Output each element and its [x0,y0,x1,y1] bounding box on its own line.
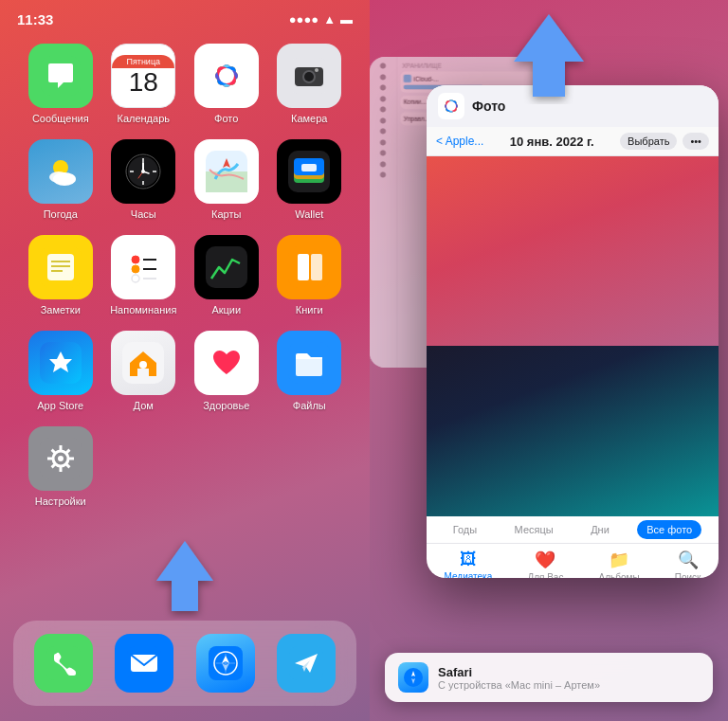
svg-rect-50 [298,254,309,280]
appstore-icon [28,331,93,395]
camera-icon [277,44,341,108]
app-notes[interactable]: Заметки [19,235,102,315]
messages-icon [28,44,93,108]
files-icon [277,331,341,395]
photos-back-btn[interactable]: < Apple... [436,135,483,148]
photos-select-btn[interactable]: Выбрать [620,133,677,150]
app-grid: Сообщения Пятница 18 Календарь [0,34,370,516]
app-messages[interactable]: Сообщения [19,44,102,124]
app-health[interactable]: Здоровье [185,331,268,411]
photos-app-card: Фото < Apple... 10 янв. 2022 г. Выбрать … [427,85,719,578]
dock-phone[interactable] [34,634,93,693]
albums-icon: 📁 [609,550,629,570]
tab-library[interactable]: 🖼 Медиатека [445,550,493,578]
settings-icon [28,426,93,491]
tab-library-label: Медиатека [445,571,493,578]
weather-label: Погода [44,208,78,220]
messages-label: Сообщения [32,113,89,124]
svg-point-14 [315,68,318,72]
svg-rect-35 [301,164,317,171]
photos-actions: Выбрать ••• [620,133,709,150]
svg-rect-51 [311,254,322,280]
safari-notification-text: Safari С устройства «Mac mini – Артем» [438,665,700,691]
photos-more-btn[interactable]: ••• [682,133,709,150]
tab-for-you[interactable]: ❤️ Для Вас [527,550,563,578]
calendar-day-name: Пятница [112,55,174,68]
photos-segment-control: Годы Месяцы Дни Все фото [427,516,719,544]
photos-icon [194,44,259,108]
app-files[interactable]: Файлы [268,331,352,411]
photos-tab-bar: 🖼 Медиатека ❤️ Для Вас 📁 Альбомы 🔍 Поиск [427,544,719,578]
app-settings[interactable]: Настройки [19,426,102,507]
wallet-label: Wallet [295,208,323,220]
svg-rect-37 [47,254,74,280]
wallet-icon [277,139,341,204]
camera-label: Камера [291,113,327,124]
battery-icon: ▬ [340,12,353,27]
dock-mail[interactable] [115,634,173,693]
photos-app-icon [438,93,464,119]
safari-app-icon [398,662,428,693]
photos-bg-bottom [427,346,719,516]
right-phone: ⬤ ⬤ ⬤ ⬤ ⬤ ⬤ ⬤ ⬤ ⬤ ⬤ ⬤ ХРАНИЛИЩЕ iCloud-.… [370,0,728,721]
books-icon [277,235,341,299]
tab-for-you-label: Для Вас [527,572,563,578]
calendar-icon: Пятница 18 [111,44,175,108]
status-time: 11:33 [17,11,53,27]
app-weather[interactable]: Погода [19,139,102,220]
clock-icon [111,139,175,204]
safari-notification[interactable]: Safari С устройства «Mac mini – Артем» [385,653,713,702]
for-you-icon: ❤️ [535,550,555,570]
photos-bg-top [427,156,719,346]
photos-content [427,156,719,516]
tab-albums-label: Альбомы [599,572,640,578]
calendar-label: Календарь [117,113,170,124]
seg-months[interactable]: Месяцы [505,520,563,539]
svg-point-43 [132,265,139,273]
status-icons: ●●●● ▲ ▬ [289,12,353,27]
tab-search-label: Поиск [675,572,701,578]
seg-days[interactable]: Дни [581,520,619,539]
stocks-icon [194,235,259,299]
swipe-up-arrow-right [506,9,592,104]
seg-all-photos[interactable]: Все фото [637,520,701,539]
clock-label: Часы [131,208,156,220]
settings-icloud: iCloud-... [413,75,438,81]
app-clock[interactable]: Часы [102,139,186,220]
seg-years[interactable]: Годы [444,520,486,539]
maps-label: Карты [211,208,241,220]
app-reminders[interactable]: Напоминания [102,235,186,315]
tab-albums[interactable]: 📁 Альбомы [599,550,640,578]
app-books[interactable]: Книги [268,235,352,315]
safari-title: Safari [438,665,700,679]
files-label: Файлы [293,400,326,411]
swipe-up-arrow-left [147,533,223,619]
app-photos[interactable]: Фото [185,44,268,124]
svg-rect-68 [46,646,81,680]
svg-point-17 [53,172,76,186]
stocks-label: Акции [211,304,241,315]
safari-subtitle: С устройства «Mac mini – Артем» [438,679,700,691]
calendar-date: 18 [112,68,174,98]
svg-point-27 [141,170,145,173]
app-camera[interactable]: Камера [268,44,352,124]
wifi-icon: ▲ [323,12,336,27]
svg-point-54 [139,361,147,369]
app-home[interactable]: Дом [102,331,186,411]
tab-search[interactable]: 🔍 Поиск [675,550,701,578]
home-icon [111,331,175,395]
dock-telegram[interactable] [277,634,336,693]
svg-point-9 [219,68,234,83]
notes-icon [28,235,93,299]
app-stocks[interactable]: Акции [185,235,268,315]
app-maps[interactable]: Карты [185,139,268,220]
photos-nav-bar: < Apple... 10 янв. 2022 г. Выбрать ••• [427,127,719,156]
left-phone: 11:33 ●●●● ▲ ▬ Сообщения Пятница 18 Кале… [0,0,370,721]
photos-date: 10 янв. 2022 г. [510,135,594,149]
app-calendar[interactable]: Пятница 18 Календарь [102,44,186,124]
health-icon [194,331,259,395]
app-appstore[interactable]: App Store [19,331,102,411]
dock-safari[interactable] [196,634,255,693]
app-wallet[interactable]: Wallet [268,139,352,220]
status-bar-left: 11:33 ●●●● ▲ ▬ [0,0,370,34]
